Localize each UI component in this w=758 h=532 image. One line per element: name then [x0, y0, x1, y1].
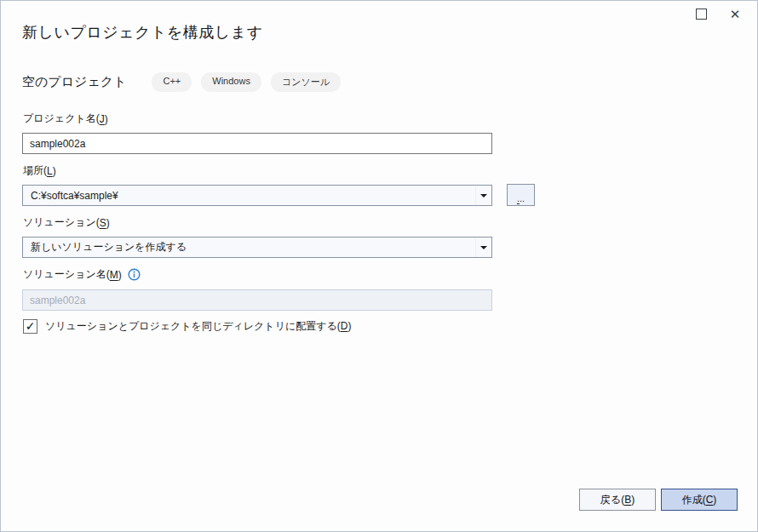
maximize-icon [696, 9, 707, 20]
template-name: 空のプロジェクト [22, 74, 126, 90]
tag-console: コンソール [271, 72, 341, 92]
location-value: C:¥softca¥sample¥ [23, 190, 475, 202]
tag-cpp: C++ [152, 72, 192, 92]
titlebar-controls: ✕ [684, 1, 752, 27]
chevron-down-icon [480, 246, 487, 249]
solution-combobox[interactable]: 新しいソリューションを作成する [22, 237, 492, 258]
page-title: 新しいプロジェクトを構成します [22, 22, 263, 43]
location-label: 場所(L) [23, 163, 56, 178]
create-button[interactable]: 作成(C) [661, 489, 738, 511]
solution-label: ソリューション(S) [23, 215, 110, 230]
close-icon: ✕ [730, 8, 741, 20]
project-name-label: プロジェクト名(J) [23, 112, 108, 126]
solution-name-label: ソリューション名(M) [23, 267, 141, 282]
back-button[interactable]: 戻る(B) [579, 489, 656, 511]
template-subheader: 空のプロジェクト C++ Windows コンソール [22, 72, 341, 92]
chevron-down-icon [480, 194, 487, 197]
solution-dropdown-toggle[interactable] [475, 237, 491, 257]
project-name-input[interactable] [22, 133, 492, 154]
same-directory-label[interactable]: ソリューションとプロジェクトを同じディレクトリに配置する(D) [45, 319, 351, 334]
same-directory-checkbox[interactable]: ✓ [23, 319, 37, 334]
template-tags: C++ Windows コンソール [152, 72, 340, 92]
maximize-button[interactable] [684, 1, 718, 27]
browse-location-button[interactable]: ... [507, 184, 535, 206]
solution-value: 新しいソリューションを作成する [23, 240, 475, 255]
close-button[interactable]: ✕ [718, 1, 752, 27]
location-dropdown-toggle[interactable] [475, 186, 491, 205]
same-directory-row: ✓ ソリューションとプロジェクトを同じディレクトリに配置する(D) [23, 319, 351, 334]
solution-name-input [22, 289, 492, 311]
tag-windows: Windows [201, 72, 261, 92]
info-icon[interactable] [128, 268, 141, 281]
location-combobox[interactable]: C:¥softca¥sample¥ [22, 185, 492, 206]
configure-project-dialog: ✕ 新しいプロジェクトを構成します 空のプロジェクト C++ Windows コ… [0, 0, 758, 532]
